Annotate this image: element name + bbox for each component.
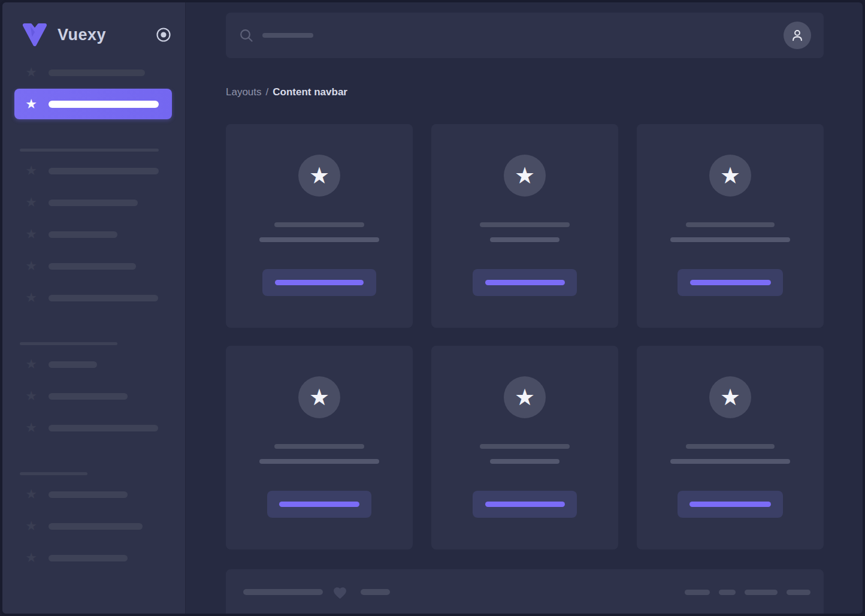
layout-demo-card: ★ bbox=[637, 346, 824, 549]
sidebar-item[interactable]: ★ bbox=[2, 195, 185, 210]
sidebar-active-skeleton-bar bbox=[49, 101, 159, 108]
sidebar-group: ★★★★★ bbox=[2, 149, 185, 305]
breadcrumb-parent-link[interactable]: Layouts bbox=[226, 86, 262, 98]
footer-skeleton-bar bbox=[685, 590, 710, 595]
star-icon: ★ bbox=[309, 155, 329, 197]
star-icon: ★ bbox=[24, 487, 38, 502]
button-label-skeleton bbox=[689, 502, 771, 507]
star-icon: ★ bbox=[24, 227, 38, 241]
star-icon: ★ bbox=[24, 195, 38, 210]
sidebar-item[interactable]: ★ bbox=[2, 519, 185, 533]
sidebar-section-header-skeleton bbox=[20, 342, 117, 345]
star-icon: ★ bbox=[24, 389, 38, 403]
sidebar-item-skeleton-bar bbox=[49, 523, 143, 530]
card-skeleton-line bbox=[480, 444, 570, 449]
card-button-skeleton[interactable] bbox=[678, 269, 783, 296]
card-button-skeleton[interactable] bbox=[678, 491, 783, 518]
card-button-skeleton[interactable] bbox=[473, 269, 577, 296]
sidebar: Vuexy ★ ★ ★★★★★★★★★★★ bbox=[2, 2, 185, 614]
sidebar-section-header-skeleton bbox=[20, 472, 87, 475]
sidebar-item-skeleton-bar bbox=[49, 168, 159, 174]
radio-dot-icon[interactable] bbox=[156, 27, 171, 43]
breadcrumb: Layouts/Content navbar bbox=[226, 86, 824, 98]
heart-icon bbox=[332, 585, 347, 599]
footer-skeleton-bar bbox=[745, 590, 778, 595]
search-icon bbox=[240, 29, 253, 43]
app-title: Vuexy bbox=[58, 26, 147, 44]
sidebar-item[interactable]: ★ bbox=[2, 164, 185, 178]
card-avatar-circle: ★ bbox=[298, 155, 340, 197]
card-skeleton-line bbox=[274, 222, 364, 227]
sidebar-item[interactable]: ★ bbox=[2, 65, 185, 80]
sidebar-groups: ★★★★★★★★★★★ bbox=[2, 149, 185, 565]
card-skeleton-line bbox=[480, 222, 570, 227]
button-label-skeleton bbox=[485, 280, 565, 285]
card-skeleton-line bbox=[259, 237, 379, 242]
card-skeleton-line bbox=[670, 459, 790, 464]
sidebar-item[interactable]: ★ bbox=[2, 487, 185, 502]
sidebar-item-skeleton-bar bbox=[49, 361, 97, 368]
card-skeleton-line bbox=[670, 237, 790, 242]
vuexy-logo-icon bbox=[20, 23, 49, 47]
user-icon bbox=[790, 28, 805, 43]
search-input[interactable] bbox=[240, 29, 784, 43]
sidebar-item-skeleton-bar bbox=[49, 295, 158, 301]
star-icon: ★ bbox=[515, 376, 535, 418]
sidebar-item-skeleton-bar bbox=[49, 491, 128, 498]
sidebar-section-header-skeleton bbox=[20, 149, 159, 152]
cards-grid: ★★★★★★ bbox=[226, 124, 824, 549]
footer-skeleton-bar bbox=[361, 589, 390, 595]
star-icon: ★ bbox=[309, 376, 329, 418]
sidebar-item-skeleton-bar bbox=[49, 263, 136, 270]
footer-card bbox=[226, 569, 824, 616]
sidebar-item[interactable]: ★ bbox=[2, 259, 185, 273]
sidebar-item[interactable]: ★ bbox=[2, 291, 185, 305]
button-label-skeleton bbox=[279, 502, 359, 507]
card-button-skeleton[interactable] bbox=[473, 491, 577, 518]
sidebar-item-skeleton-bar bbox=[49, 70, 145, 76]
star-icon: ★ bbox=[24, 551, 38, 565]
sidebar-group: ★★★ bbox=[2, 472, 185, 565]
user-avatar[interactable] bbox=[784, 22, 811, 49]
star-icon: ★ bbox=[24, 65, 38, 80]
card-button-skeleton[interactable] bbox=[262, 269, 376, 296]
footer-skeleton-bar bbox=[719, 590, 736, 595]
star-icon: ★ bbox=[24, 164, 38, 178]
brand-link[interactable]: Vuexy bbox=[2, 2, 185, 47]
card-skeleton-line bbox=[259, 459, 379, 464]
layout-demo-card: ★ bbox=[431, 124, 618, 328]
sidebar-item[interactable]: ★ bbox=[2, 389, 185, 403]
sidebar-item[interactable]: ★ bbox=[2, 421, 185, 435]
sidebar-item[interactable]: ★ bbox=[2, 227, 185, 241]
button-label-skeleton bbox=[485, 502, 565, 507]
card-skeleton-line bbox=[490, 459, 559, 464]
sidebar-item-skeleton-bar bbox=[49, 555, 128, 561]
layout-demo-card: ★ bbox=[226, 346, 413, 549]
star-icon: ★ bbox=[24, 291, 38, 305]
breadcrumb-separator: / bbox=[266, 86, 269, 98]
star-icon: ★ bbox=[24, 357, 38, 372]
breadcrumb-current: Content navbar bbox=[273, 86, 347, 98]
footer-row bbox=[243, 585, 810, 599]
card-button-skeleton[interactable] bbox=[267, 491, 371, 518]
sidebar-item-skeleton-bar bbox=[49, 393, 128, 400]
card-skeleton-line bbox=[686, 222, 775, 227]
sidebar-item-active[interactable]: ★ bbox=[14, 89, 172, 119]
sidebar-item-skeleton-bar bbox=[49, 200, 138, 206]
top-navbar bbox=[226, 13, 824, 58]
card-avatar-circle: ★ bbox=[298, 376, 340, 418]
sidebar-group: ★★★ bbox=[2, 342, 185, 435]
main-content: Layouts/Content navbar ★★★★★★ bbox=[185, 2, 863, 614]
sidebar-item[interactable]: ★ bbox=[2, 551, 185, 565]
sidebar-item-skeleton-bar bbox=[49, 425, 158, 431]
layout-demo-card: ★ bbox=[431, 346, 618, 549]
card-avatar-circle: ★ bbox=[709, 155, 751, 197]
card-avatar-circle: ★ bbox=[504, 376, 546, 418]
app-window: Vuexy ★ ★ ★★★★★★★★★★★ bbox=[0, 0, 865, 616]
button-label-skeleton bbox=[275, 280, 364, 285]
star-icon: ★ bbox=[720, 155, 740, 197]
star-icon: ★ bbox=[720, 376, 740, 418]
sidebar-item[interactable]: ★ bbox=[2, 357, 185, 372]
footer-skeleton-bar bbox=[787, 590, 810, 595]
card-avatar-circle: ★ bbox=[709, 376, 751, 418]
